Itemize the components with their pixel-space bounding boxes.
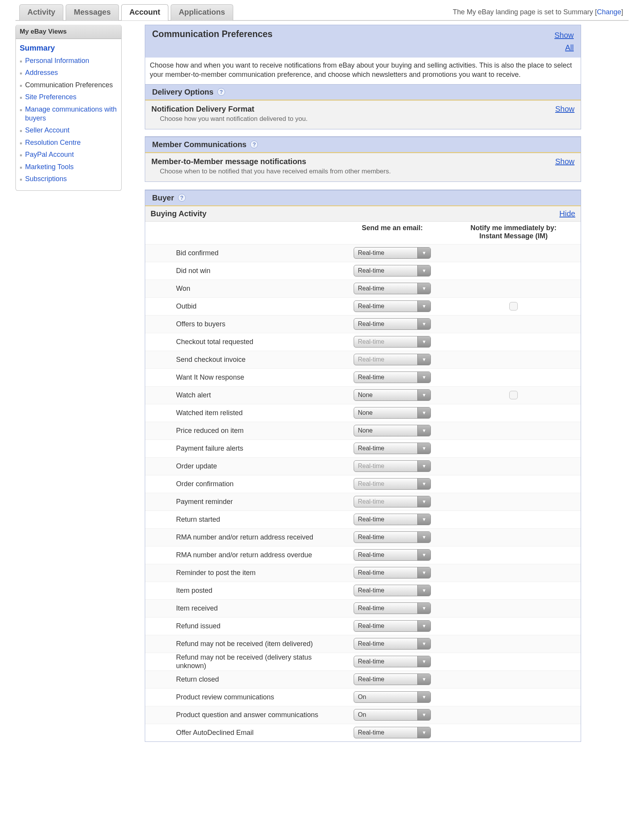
email-frequency-select[interactable]: Real-time▼ [354, 318, 431, 330]
comm-pref-panel: Communication Preferences Show All Choos… [145, 25, 581, 129]
member-show-link[interactable]: Show [555, 157, 575, 166]
member-msg-box: Member-to-Member message notifications C… [145, 153, 581, 182]
email-frequency-select[interactable]: Real-time▼ [354, 602, 431, 614]
im-checkbox[interactable] [509, 302, 518, 310]
email-frequency-select: Real-time▼ [354, 354, 431, 365]
email-frequency-select[interactable]: Real-time▼ [354, 585, 431, 596]
chevron-down-icon: ▼ [417, 425, 430, 436]
sidebar-item[interactable]: ■Marketing Tools [20, 161, 119, 173]
col-email-header: Send me an email: [334, 224, 450, 240]
panel-show-link[interactable]: Show [554, 29, 574, 41]
row-label: Refund issued [149, 622, 334, 631]
delivery-show-link[interactable]: Show [555, 105, 575, 114]
table-row: Order updateReal-time▼ [145, 457, 581, 475]
email-frequency-select[interactable]: Real-time▼ [354, 727, 431, 738]
panel-all-link[interactable]: All [554, 41, 574, 54]
tab-applications[interactable]: Applications [171, 4, 233, 20]
select-value: Real-time [354, 532, 417, 543]
panel-title: Communication Preferences [152, 29, 273, 39]
sidebar-summary-link[interactable]: Summary [20, 44, 119, 53]
member-comm-panel: Member Communications ? Member-to-Member… [145, 136, 581, 182]
im-checkbox[interactable] [509, 391, 518, 399]
panel-description: Choose how and when you want to receive … [145, 58, 581, 84]
bullet-icon: ■ [20, 68, 22, 76]
email-frequency-select[interactable]: None▼ [354, 407, 431, 419]
email-frequency-select[interactable]: Real-time▼ [354, 514, 431, 525]
table-row: Reminder to post the itemReal-time▼ [145, 564, 581, 582]
tab-account[interactable]: Account [121, 4, 168, 20]
help-icon[interactable]: ? [250, 141, 258, 148]
sidebar-item[interactable]: ■Seller Account [20, 124, 119, 136]
email-frequency-select[interactable]: Real-time▼ [354, 443, 431, 454]
row-label: Checkout total requested [149, 338, 334, 346]
email-frequency-select[interactable]: Real-time▼ [354, 673, 431, 685]
email-frequency-select[interactable]: On▼ [354, 691, 431, 703]
help-icon[interactable]: ? [178, 194, 186, 202]
sidebar-item-label: Subscriptions [25, 175, 67, 183]
sidebar-item[interactable]: ■Site Preferences [20, 91, 119, 103]
email-frequency-select[interactable]: Real-time▼ [354, 638, 431, 650]
sidebar-item[interactable]: ■Manage communications with buyers [20, 103, 119, 125]
table-row: Item postedReal-time▼ [145, 582, 581, 599]
chevron-down-icon: ▼ [417, 319, 430, 329]
email-frequency-select[interactable]: Real-time▼ [354, 620, 431, 632]
bullet-icon: ■ [20, 150, 22, 158]
email-frequency-select[interactable]: Real-time▼ [354, 265, 431, 277]
select-value: Real-time [354, 478, 417, 489]
chevron-down-icon: ▼ [417, 621, 430, 631]
table-row: Payment failure alertsReal-time▼ [145, 439, 581, 457]
sidebar-item[interactable]: ■Personal Information [20, 55, 119, 67]
chevron-down-icon: ▼ [417, 656, 430, 667]
email-frequency-select[interactable]: None▼ [354, 389, 431, 401]
row-label: Payment reminder [149, 497, 334, 506]
chevron-down-icon: ▼ [417, 550, 430, 560]
member-comm-header: Member Communications ? [145, 137, 581, 153]
chevron-down-icon: ▼ [417, 301, 430, 312]
table-row: Payment reminderReal-time▼ [145, 493, 581, 511]
bullet-icon: ■ [20, 105, 22, 112]
select-value: Real-time [354, 656, 417, 667]
email-frequency-select[interactable]: Real-time▼ [354, 372, 431, 383]
sidebar-item[interactable]: ■PayPal Account [20, 149, 119, 161]
sidebar-item[interactable]: ■Communication Preferences [20, 79, 119, 91]
chevron-down-icon: ▼ [417, 496, 430, 507]
select-value: Real-time [354, 336, 417, 347]
main-tabs: ActivityMessagesAccountApplications [15, 4, 233, 20]
select-value: Real-time [354, 514, 417, 525]
email-frequency-select[interactable]: Real-time▼ [354, 531, 431, 543]
email-frequency-select[interactable]: Real-time▼ [354, 283, 431, 294]
sidebar-item[interactable]: ■Subscriptions [20, 173, 119, 185]
email-frequency-select[interactable]: Real-time▼ [354, 567, 431, 578]
email-frequency-select: Real-time▼ [354, 336, 431, 348]
row-label: Payment failure alerts [149, 444, 334, 453]
bullet-icon: ■ [20, 93, 22, 100]
select-value: Real-time [354, 550, 417, 560]
email-frequency-select[interactable]: Real-time▼ [354, 549, 431, 561]
bullet-icon: ■ [20, 163, 22, 170]
sidebar-item[interactable]: ■Resolution Centre [20, 137, 119, 149]
table-row: RMA number and/or return address receive… [145, 528, 581, 546]
help-icon[interactable]: ? [217, 88, 225, 96]
buying-hide-link[interactable]: Hide [559, 209, 575, 218]
email-frequency-select[interactable]: None▼ [354, 425, 431, 436]
sidebar-item-label: PayPal Account [25, 150, 74, 159]
sidebar: My eBay Views Summary ■Personal Informat… [15, 25, 122, 191]
change-landing-link[interactable]: Change [597, 8, 621, 16]
tab-activity[interactable]: Activity [19, 4, 63, 20]
row-label: Offer AutoDeclined Email [149, 728, 334, 737]
chevron-down-icon: ▼ [417, 532, 430, 543]
email-frequency-select[interactable]: Real-time▼ [354, 247, 431, 259]
chevron-down-icon: ▼ [417, 514, 430, 525]
delivery-format-title: Notification Delivery Format [151, 105, 308, 114]
email-frequency-select[interactable]: Real-time▼ [354, 300, 431, 312]
sidebar-item[interactable]: ■Addresses [20, 67, 119, 79]
select-value: Real-time [354, 603, 417, 614]
tab-messages[interactable]: Messages [66, 4, 119, 20]
email-frequency-select[interactable]: On▼ [354, 709, 431, 721]
delivery-format-box: Notification Delivery Format Choose how … [145, 100, 581, 129]
bullet-icon: ■ [20, 81, 22, 88]
main-content: Communication Preferences Show All Choos… [145, 25, 581, 742]
email-frequency-select[interactable]: Real-time▼ [354, 656, 431, 667]
row-label: Won [149, 284, 334, 293]
table-row: Want It Now responseReal-time▼ [145, 368, 581, 386]
